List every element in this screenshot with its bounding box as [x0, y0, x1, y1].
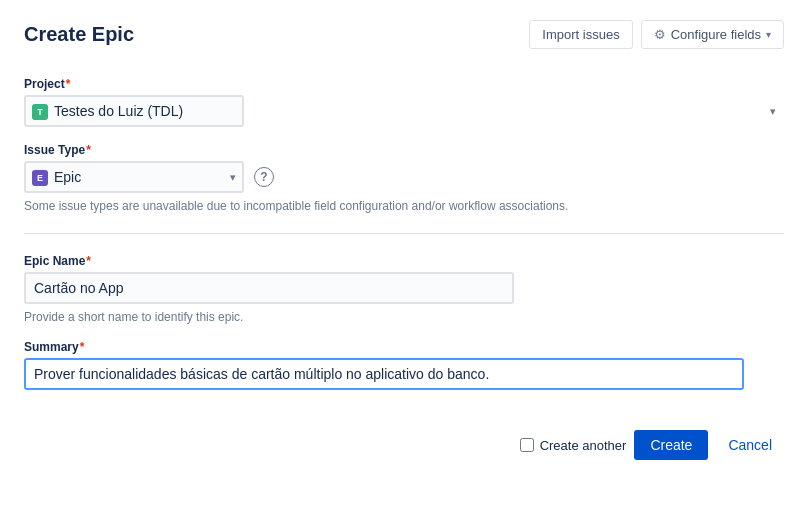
summary-field-section: Summary* [24, 340, 784, 390]
project-select-arrow-icon: ▾ [770, 105, 776, 118]
page-title: Create Epic [24, 23, 134, 46]
create-button[interactable]: Create [634, 430, 708, 460]
issue-type-row: E Epic ▾ ? [24, 161, 784, 193]
create-another-text: Create another [540, 438, 627, 453]
chevron-down-icon: ▾ [766, 29, 771, 40]
summary-input[interactable] [24, 358, 744, 390]
project-select-wrapper: T Testes do Luiz (TDL) ▾ [24, 95, 784, 127]
import-issues-button[interactable]: Import issues [529, 20, 632, 49]
form-footer: Create another Create Cancel [24, 414, 784, 460]
configure-fields-label: Configure fields [671, 27, 761, 42]
epic-name-label: Epic Name* [24, 254, 784, 268]
required-star-epic: * [86, 254, 91, 268]
issue-type-select-wrapper: E Epic ▾ [24, 161, 244, 193]
summary-label: Summary* [24, 340, 784, 354]
issue-type-field-section: Issue Type* E Epic ▾ ? Some issue types … [24, 143, 784, 213]
project-field-section: Project* T Testes do Luiz (TDL) ▾ [24, 77, 784, 127]
epic-name-hint: Provide a short name to identify this ep… [24, 310, 784, 324]
required-star-issue: * [86, 143, 91, 157]
header-actions: Import issues ⚙ Configure fields ▾ [529, 20, 784, 49]
project-label: Project* [24, 77, 784, 91]
issue-type-label: Issue Type* [24, 143, 784, 157]
required-star-summary: * [80, 340, 85, 354]
help-icon[interactable]: ? [254, 167, 274, 187]
epic-name-field-section: Epic Name* Provide a short name to ident… [24, 254, 784, 324]
page-header: Create Epic Import issues ⚙ Configure fi… [24, 20, 784, 49]
required-star: * [66, 77, 71, 91]
configure-fields-button[interactable]: ⚙ Configure fields ▾ [641, 20, 784, 49]
epic-name-input[interactable] [24, 272, 514, 304]
project-select[interactable]: Testes do Luiz (TDL) [24, 95, 244, 127]
divider [24, 233, 784, 234]
cancel-button[interactable]: Cancel [716, 430, 784, 460]
create-another-label[interactable]: Create another [520, 438, 627, 453]
issue-type-info-text: Some issue types are unavailable due to … [24, 199, 784, 213]
issue-type-select[interactable]: Epic [24, 161, 244, 193]
create-another-checkbox[interactable] [520, 438, 534, 452]
gear-icon: ⚙ [654, 27, 666, 42]
